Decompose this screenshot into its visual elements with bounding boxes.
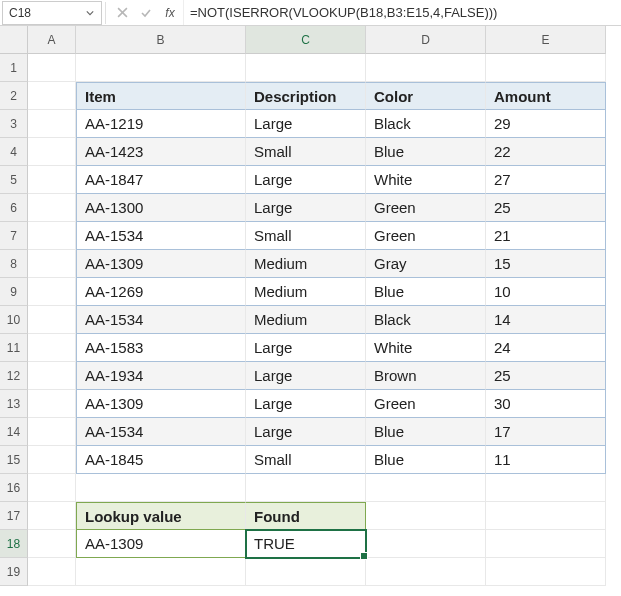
row-header[interactable]: 14 [0,418,28,446]
cell[interactable] [28,558,76,586]
cell[interactable] [246,474,366,502]
table-cell[interactable]: Large [246,166,366,194]
table-cell[interactable]: Black [366,110,486,138]
cell[interactable] [28,390,76,418]
table-cell[interactable]: Small [246,222,366,250]
cell[interactable] [28,502,76,530]
table-cell[interactable]: Large [246,194,366,222]
cell[interactable] [366,502,486,530]
cell[interactable] [28,250,76,278]
row-header[interactable]: 11 [0,334,28,362]
row-header[interactable]: 6 [0,194,28,222]
row-header[interactable]: 3 [0,110,28,138]
table-header[interactable]: Description [246,82,366,110]
select-all-corner[interactable] [0,26,28,54]
row-header[interactable]: 19 [0,558,28,586]
column-header[interactable]: E [486,26,606,54]
table-cell[interactable]: 21 [486,222,606,250]
cell[interactable] [28,362,76,390]
table-header[interactable]: Color [366,82,486,110]
table-cell[interactable]: Gray [366,250,486,278]
cell[interactable] [28,166,76,194]
table-cell[interactable]: AA-1934 [76,362,246,390]
cell[interactable] [366,474,486,502]
column-header[interactable]: B [76,26,246,54]
row-header[interactable]: 1 [0,54,28,82]
table-cell[interactable]: 25 [486,194,606,222]
row-header[interactable]: 10 [0,306,28,334]
table-cell[interactable]: Blue [366,138,486,166]
cell[interactable] [486,502,606,530]
cell[interactable] [28,334,76,362]
cell[interactable] [246,54,366,82]
row-header[interactable]: 15 [0,446,28,474]
table-cell[interactable]: 11 [486,446,606,474]
table-cell[interactable]: AA-1847 [76,166,246,194]
cell[interactable] [366,558,486,586]
confirm-icon[interactable] [135,2,157,24]
cell[interactable] [28,278,76,306]
row-header[interactable]: 2 [0,82,28,110]
cell[interactable] [76,558,246,586]
cell[interactable] [28,82,76,110]
table-cell[interactable]: Small [246,138,366,166]
table-cell[interactable]: AA-1534 [76,418,246,446]
table-cell[interactable]: AA-1309 [76,390,246,418]
table-cell[interactable]: 22 [486,138,606,166]
cell[interactable] [28,306,76,334]
cell[interactable] [28,418,76,446]
table-cell[interactable]: AA-1309 [76,250,246,278]
cell[interactable] [28,110,76,138]
table-cell[interactable]: Green [366,222,486,250]
cell[interactable] [76,474,246,502]
column-header[interactable]: A [28,26,76,54]
table-cell[interactable]: Medium [246,250,366,278]
formula-input[interactable]: =NOT(ISERROR(VLOOKUP(B18,B3:E15,4,FALSE)… [183,0,621,25]
table-cell[interactable]: 29 [486,110,606,138]
row-header[interactable]: 17 [0,502,28,530]
cell[interactable] [486,474,606,502]
cell[interactable] [28,194,76,222]
table-cell[interactable]: 14 [486,306,606,334]
table-cell[interactable]: 24 [486,334,606,362]
lookup-value-cell[interactable]: AA-1309 [76,530,246,558]
row-header[interactable]: 12 [0,362,28,390]
table-cell[interactable]: White [366,166,486,194]
cell[interactable] [28,474,76,502]
cell[interactable] [28,222,76,250]
table-cell[interactable]: 17 [486,418,606,446]
cell[interactable] [366,54,486,82]
row-header[interactable]: 8 [0,250,28,278]
cell[interactable] [486,558,606,586]
table-cell[interactable]: AA-1583 [76,334,246,362]
table-cell[interactable]: White [366,334,486,362]
fx-icon[interactable]: fx [159,2,181,24]
cell[interactable] [366,530,486,558]
table-header[interactable]: Item [76,82,246,110]
table-cell[interactable]: Large [246,390,366,418]
cell[interactable] [28,530,76,558]
table-cell[interactable]: AA-1534 [76,222,246,250]
cell[interactable] [486,54,606,82]
table-cell[interactable]: Large [246,418,366,446]
table-cell[interactable]: 25 [486,362,606,390]
table-cell[interactable]: AA-1423 [76,138,246,166]
table-cell[interactable]: 30 [486,390,606,418]
table-cell[interactable]: Medium [246,278,366,306]
table-cell[interactable]: Blue [366,446,486,474]
table-cell[interactable]: Blue [366,278,486,306]
cell[interactable] [28,138,76,166]
cell[interactable] [76,54,246,82]
row-header[interactable]: 18 [0,530,28,558]
table-cell[interactable]: Green [366,194,486,222]
row-header[interactable]: 7 [0,222,28,250]
table-cell[interactable]: 10 [486,278,606,306]
chevron-down-icon[interactable] [85,8,95,18]
cell[interactable] [28,446,76,474]
table-cell[interactable]: AA-1219 [76,110,246,138]
name-box[interactable]: C18 [2,1,102,25]
table-cell[interactable]: AA-1300 [76,194,246,222]
table-cell[interactable]: Green [366,390,486,418]
lookup-header[interactable]: Lookup value [76,502,246,530]
table-cell[interactable]: Brown [366,362,486,390]
